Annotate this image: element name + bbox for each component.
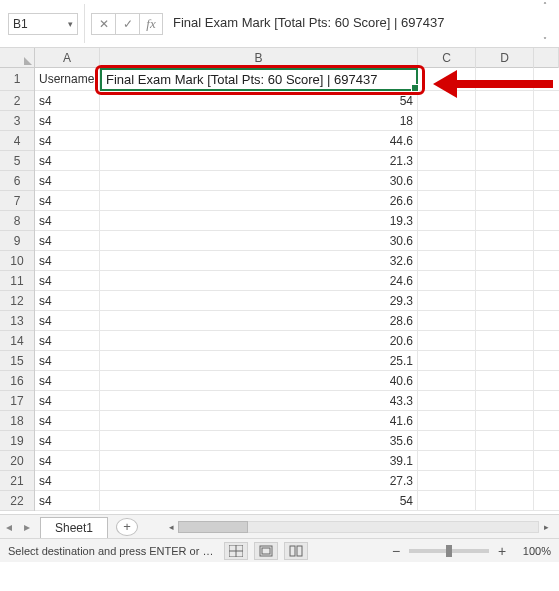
cell[interactable]: 30.6 <box>100 171 418 190</box>
cell[interactable] <box>418 491 476 510</box>
horizontal-scrollbar[interactable]: ◂ ▸ <box>164 519 553 535</box>
zoom-in-button[interactable]: + <box>495 544 509 558</box>
cell[interactable]: s4 <box>35 331 100 350</box>
cell[interactable]: 18 <box>100 111 418 130</box>
cell[interactable] <box>418 231 476 250</box>
cell[interactable]: 40.6 <box>100 371 418 390</box>
cell[interactable]: s4 <box>35 431 100 450</box>
cell[interactable]: s4 <box>35 231 100 250</box>
zoom-out-button[interactable]: − <box>389 544 403 558</box>
cell[interactable]: s4 <box>35 211 100 230</box>
zoom-slider-thumb[interactable] <box>446 545 452 557</box>
expand-down-icon[interactable]: ˅ <box>543 37 555 45</box>
cell[interactable] <box>418 471 476 490</box>
page-break-view-button[interactable] <box>284 542 308 560</box>
cell[interactable]: s4 <box>35 391 100 410</box>
cell[interactable] <box>476 191 534 210</box>
cell[interactable] <box>476 431 534 450</box>
cell[interactable]: s4 <box>35 131 100 150</box>
cell[interactable] <box>418 411 476 430</box>
row-header[interactable]: 21 <box>0 471 34 491</box>
cell[interactable] <box>418 331 476 350</box>
cell[interactable]: s4 <box>35 191 100 210</box>
enter-button[interactable]: ✓ <box>115 13 139 35</box>
cell[interactable]: 32.6 <box>100 251 418 270</box>
cell[interactable]: s4 <box>35 171 100 190</box>
cell[interactable]: 24.6 <box>100 271 418 290</box>
row-header[interactable]: 11 <box>0 271 34 291</box>
cell[interactable]: s4 <box>35 371 100 390</box>
cell[interactable] <box>476 311 534 330</box>
cell[interactable] <box>476 491 534 510</box>
cell[interactable]: s4 <box>35 251 100 270</box>
cell[interactable] <box>418 191 476 210</box>
cell[interactable] <box>476 91 534 110</box>
row-header[interactable]: 12 <box>0 291 34 311</box>
row-header[interactable]: 13 <box>0 311 34 331</box>
tab-nav-prev[interactable]: ◂ <box>0 520 18 534</box>
cell[interactable]: 44.6 <box>100 131 418 150</box>
cancel-button[interactable]: ✕ <box>91 13 115 35</box>
cell[interactable] <box>476 251 534 270</box>
cell[interactable]: 29.3 <box>100 291 418 310</box>
cell-a1[interactable]: Username <box>35 68 100 90</box>
scroll-thumb[interactable] <box>178 521 248 533</box>
row-header[interactable]: 17 <box>0 391 34 411</box>
zoom-level[interactable]: 100% <box>515 545 551 557</box>
row-header[interactable]: 4 <box>0 131 34 151</box>
cell[interactable] <box>476 68 534 90</box>
cell[interactable] <box>418 271 476 290</box>
column-header-c[interactable]: C <box>418 48 476 68</box>
cell[interactable] <box>418 311 476 330</box>
cell[interactable] <box>418 211 476 230</box>
cell[interactable]: 25.1 <box>100 351 418 370</box>
insert-function-button[interactable]: fx <box>139 13 163 35</box>
zoom-slider-track[interactable] <box>409 549 489 553</box>
cell[interactable]: 26.6 <box>100 191 418 210</box>
cell[interactable]: 54 <box>100 491 418 510</box>
cell[interactable] <box>418 151 476 170</box>
column-header-a[interactable]: A <box>35 48 100 68</box>
row-header[interactable]: 2 <box>0 91 34 111</box>
cell[interactable] <box>418 68 476 90</box>
column-header-b[interactable]: B <box>100 48 418 68</box>
cell[interactable] <box>476 451 534 470</box>
cell[interactable]: 54 <box>100 91 418 110</box>
cell[interactable] <box>476 211 534 230</box>
cell[interactable] <box>476 391 534 410</box>
cell[interactable] <box>476 271 534 290</box>
row-header[interactable]: 18 <box>0 411 34 431</box>
page-layout-view-button[interactable] <box>254 542 278 560</box>
row-header[interactable]: 10 <box>0 251 34 271</box>
cell[interactable] <box>476 111 534 130</box>
cell[interactable]: 39.1 <box>100 451 418 470</box>
cell[interactable]: s4 <box>35 411 100 430</box>
cell[interactable] <box>418 251 476 270</box>
row-header[interactable]: 16 <box>0 371 34 391</box>
cell[interactable] <box>476 371 534 390</box>
cell[interactable]: 30.6 <box>100 231 418 250</box>
cell[interactable] <box>476 151 534 170</box>
cell-b1[interactable]: Final Exam Mark [Total Pts: 60 Score] | … <box>100 68 418 90</box>
row-header[interactable]: 5 <box>0 151 34 171</box>
cell[interactable]: 20.6 <box>100 331 418 350</box>
cell[interactable]: s4 <box>35 451 100 470</box>
cell[interactable] <box>418 111 476 130</box>
cell[interactable]: 21.3 <box>100 151 418 170</box>
cell[interactable] <box>476 171 534 190</box>
name-box[interactable]: B1 ▾ <box>8 13 78 35</box>
cell[interactable] <box>476 411 534 430</box>
row-header[interactable]: 8 <box>0 211 34 231</box>
cell[interactable]: s4 <box>35 491 100 510</box>
cell[interactable]: 43.3 <box>100 391 418 410</box>
row-header[interactable]: 3 <box>0 111 34 131</box>
column-header-d[interactable]: D <box>476 48 534 68</box>
cell[interactable]: s4 <box>35 311 100 330</box>
cell[interactable]: s4 <box>35 271 100 290</box>
cell[interactable]: s4 <box>35 471 100 490</box>
row-header[interactable]: 9 <box>0 231 34 251</box>
chevron-down-icon[interactable]: ▾ <box>68 19 73 29</box>
normal-view-button[interactable] <box>224 542 248 560</box>
row-header[interactable]: 7 <box>0 191 34 211</box>
cell[interactable]: 28.6 <box>100 311 418 330</box>
